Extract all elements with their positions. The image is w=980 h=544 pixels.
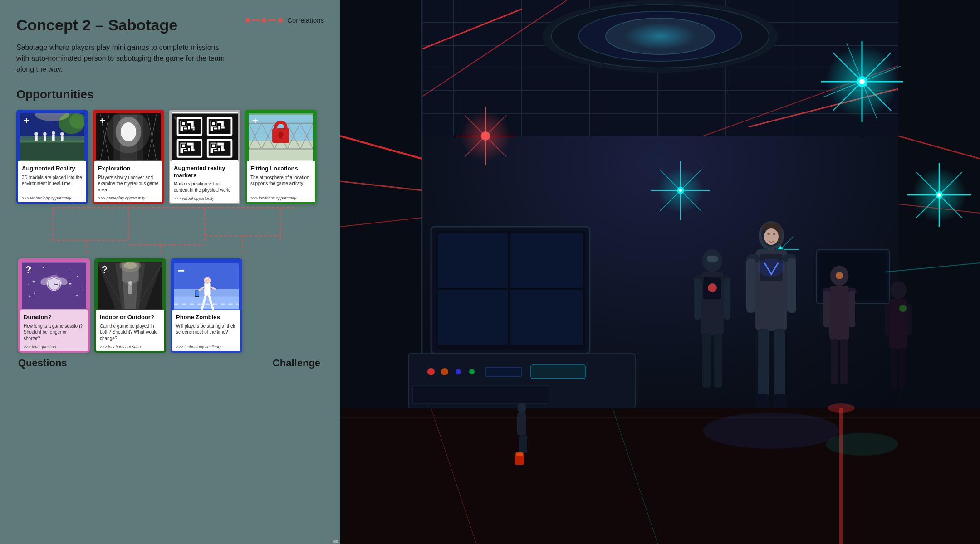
svg-rect-234 — [787, 258, 796, 313]
svg-rect-13 — [61, 135, 64, 141]
card-duration-body: Duration? How long is a game session? Sh… — [20, 310, 88, 351]
svg-rect-44 — [221, 123, 224, 126]
left-panel: Correlations Concept 2 – Sabotage Sabota… — [0, 0, 340, 544]
card-augmented-reality[interactable]: + — [16, 110, 88, 204]
svg-rect-190 — [485, 367, 522, 376]
card-phone-tag: >>> technology challenge — [176, 345, 237, 349]
svg-point-281 — [826, 433, 898, 456]
svg-rect-181 — [438, 233, 508, 288]
svg-point-107 — [28, 284, 29, 285]
svg-rect-256 — [829, 286, 849, 340]
star-burst-1 — [821, 41, 903, 122]
svg-rect-53 — [182, 144, 185, 147]
card-markers-body: Augmented reality markers Markers positi… — [170, 161, 239, 203]
svg-point-130 — [128, 281, 132, 285]
card-indoor-title: Indoor or Outdoor? — [100, 314, 161, 321]
card-ar-title: Augmented Reality — [22, 165, 83, 172]
svg-rect-58 — [188, 148, 190, 151]
card-indoor-desc: Can the game be played in both? Should i… — [100, 323, 161, 342]
svg-rect-30 — [182, 122, 185, 125]
svg-point-12 — [52, 131, 55, 135]
svg-rect-54 — [187, 142, 194, 145]
svg-point-242 — [767, 233, 770, 235]
svg-rect-251 — [724, 279, 730, 320]
svg-rect-69 — [218, 148, 220, 151]
card-phone-zombies[interactable]: − — [171, 258, 242, 353]
svg-point-186 — [427, 368, 435, 375]
svg-rect-9 — [44, 135, 46, 141]
card-markers-plus: + — [173, 114, 177, 121]
corr-dash-1 — [252, 19, 260, 21]
corr-dot-2 — [262, 18, 266, 23]
svg-point-103 — [43, 267, 44, 268]
svg-rect-250 — [694, 279, 701, 320]
svg-point-187 — [441, 368, 448, 375]
svg-rect-46 — [214, 127, 217, 129]
svg-rect-67 — [211, 149, 213, 153]
svg-rect-261 — [831, 339, 838, 384]
svg-rect-253 — [714, 333, 722, 388]
svg-rect-33 — [180, 126, 183, 131]
svg-point-188 — [456, 369, 461, 374]
card-duration-desc: How long is a game session? Should it be… — [24, 323, 84, 342]
corr-dot-3 — [278, 18, 283, 23]
svg-point-104 — [56, 274, 57, 275]
card-duration-symbol: ? — [25, 265, 31, 275]
card-ar-body: Augmented Reality 3D models are placed i… — [18, 161, 86, 202]
star-burst-red — [456, 107, 515, 165]
star-burst-2 — [907, 163, 971, 227]
card-duration[interactable]: ? — [18, 258, 90, 353]
card-phone-image: − — [172, 260, 240, 310]
svg-rect-70 — [221, 149, 225, 151]
svg-rect-47 — [218, 126, 220, 129]
svg-rect-277 — [516, 452, 523, 456]
svg-point-189 — [469, 369, 475, 374]
svg-rect-255 — [707, 256, 718, 262]
card-locations-tag: >>> locations opportunity — [250, 196, 311, 200]
svg-rect-183 — [438, 290, 508, 345]
svg-rect-272 — [517, 413, 526, 435]
card-exploration[interactable]: + Exploration — [93, 110, 164, 204]
svg-point-243 — [773, 233, 775, 235]
card-exploration-plus: + — [100, 116, 106, 126]
svg-rect-192 — [413, 385, 549, 403]
svg-point-8 — [34, 132, 38, 136]
connectors-area — [16, 204, 324, 258]
svg-point-108 — [82, 289, 83, 290]
card-duration-image: ? — [20, 260, 88, 310]
correlations-legend: Correlations — [245, 16, 324, 24]
card-ar-markers[interactable]: + — [169, 110, 240, 204]
svg-rect-275 — [523, 435, 527, 453]
card-markers-tag: >>> virtual opportunity — [174, 196, 235, 201]
card-indoor-image: ? — [96, 260, 164, 310]
svg-point-217 — [679, 189, 682, 192]
svg-rect-269 — [899, 348, 906, 389]
card-locations-body: Fitting Locations The atmosphere of a lo… — [247, 161, 315, 202]
card-indoor-outdoor[interactable]: ? — [94, 258, 166, 353]
card-markers-title: Augmented reality markers — [174, 165, 235, 179]
svg-rect-56 — [180, 149, 183, 153]
card-ar-image: + — [18, 112, 86, 161]
svg-text:✦: ✦ — [75, 293, 79, 298]
svg-rect-34 — [184, 127, 187, 129]
svg-text:✦: ✦ — [28, 294, 32, 299]
connectors-svg — [16, 204, 324, 258]
card-indoor-tag: >>> locations question — [100, 345, 161, 349]
svg-point-273 — [517, 403, 526, 413]
corr-dots — [245, 18, 283, 23]
svg-rect-135 — [204, 283, 210, 296]
card-exploration-scene-svg — [96, 113, 161, 161]
opportunities-heading: Opportunities — [16, 87, 324, 102]
card-exploration-body: Exploration Players slowly uncover and e… — [94, 161, 162, 202]
svg-rect-42 — [212, 122, 215, 125]
svg-point-136 — [204, 277, 211, 284]
svg-point-109 — [34, 293, 35, 294]
svg-rect-139 — [195, 291, 199, 296]
svg-rect-57 — [184, 150, 187, 151]
card-phone-title: Phone Zombies — [176, 314, 237, 321]
svg-rect-266 — [885, 304, 890, 335]
card-ar-tag: >>> technology opportunity — [22, 196, 83, 200]
card-fitting-locations[interactable]: + — [245, 110, 317, 204]
svg-rect-184 — [510, 290, 583, 345]
svg-point-247 — [708, 283, 717, 292]
